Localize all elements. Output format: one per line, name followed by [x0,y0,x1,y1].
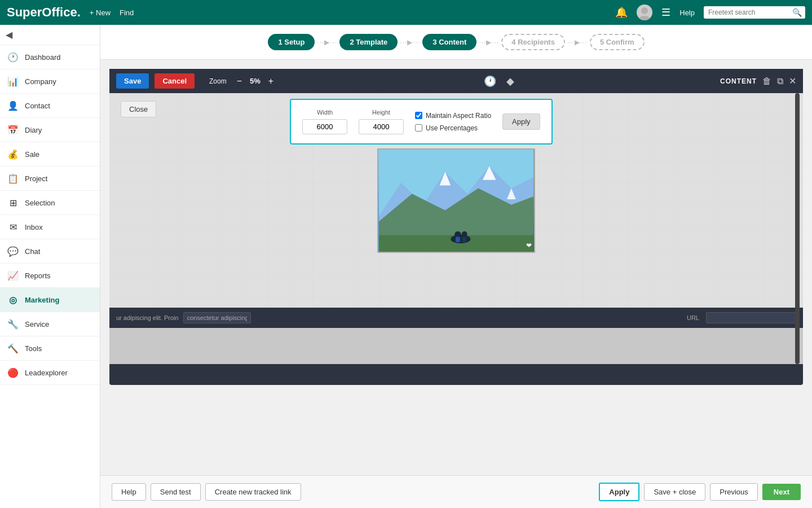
svg-point-11 [462,231,467,237]
new-button[interactable]: + New [90,8,111,17]
step-setup[interactable]: 1 Setup [268,34,315,50]
avatar[interactable] [637,5,652,20]
delete-icon[interactable]: 🗑 [762,76,771,86]
sidebar-item-chat[interactable]: 💬Chat [0,239,100,264]
sidebar-item-label-inbox: Inbox [25,223,43,231]
leadexplorer-icon: 🔴 [7,366,19,379]
sidebar-item-dashboard[interactable]: 🕐Dashboard [0,45,100,69]
step-template-bubble[interactable]: 2 Template [339,34,398,50]
zoom-plus-button[interactable]: + [268,76,273,86]
step-content-bubble[interactable]: 3 Content [422,34,476,50]
sidebar-item-sale[interactable]: 💰Sale [0,142,100,167]
create-tracked-link-button[interactable]: Create new tracked link [205,483,301,501]
close-panel-icon[interactable]: ✕ [789,76,796,86]
bottombar-text-2[interactable] [183,312,251,323]
step-recipients[interactable]: 4 Recipients [501,34,565,50]
search-wrap: 🔍 [704,6,805,19]
width-input[interactable] [302,119,347,134]
sidebar-item-label-marketing: Marketing [25,296,59,304]
image-resize-panel: Width Height Maintain Aspect Ratio [290,99,553,144]
copy-icon[interactable]: ⧉ [777,76,783,86]
send-test-button[interactable]: Send test [151,483,201,501]
sidebar-item-label-tools: Tools [25,344,42,353]
sidebar-item-label-dashboard: Dashboard [25,53,61,62]
sidebar-item-selection[interactable]: ⊞Selection [0,191,100,215]
resize-apply-button[interactable]: Apply [502,113,540,130]
scrollbar[interactable] [795,93,800,364]
find-button[interactable]: Find [120,8,134,17]
sidebar-item-marketing[interactable]: ◎Marketing [0,288,100,312]
next-button[interactable]: Next [762,484,801,500]
editor-cancel-button[interactable]: Cancel [155,73,195,89]
chat-icon: 💬 [7,245,19,257]
step-dots-1: ···▶··· [315,38,339,46]
mountain-svg [378,150,534,252]
help-button[interactable]: Help [112,483,146,501]
sidebar-item-reports[interactable]: 📈Reports [0,264,100,288]
close-button[interactable]: Close [121,101,156,117]
editor-bottombar: ur adipiscing elit. Proin URL [109,308,803,328]
inbox-icon: ✉ [7,221,19,233]
zoom-minus-button[interactable]: − [237,76,242,86]
canvas-image[interactable]: ❤ [377,148,535,253]
step-template[interactable]: 2 Template [339,34,398,50]
company-icon: 📊 [7,75,19,87]
search-icon: 🔍 [792,8,802,17]
sidebar-item-service[interactable]: 🔧Service [0,312,100,336]
step-confirm-bubble[interactable]: 5 Confirm [590,34,645,50]
sidebar-item-project[interactable]: 📋Project [0,167,100,191]
sidebar-item-leadexplorer[interactable]: 🔴Leadexplorer [0,361,100,385]
tools-icon: 🔨 [7,342,19,354]
footer-bar: Help Send test Create new tracked link A… [100,475,812,508]
bottombar-text-1: ur adipiscing elit. Proin [116,314,179,321]
editor-save-button[interactable]: Save [116,73,149,89]
editor-container: Save Cancel Zoom − 5% + 🕐 ◆ CONTENT 🗑 ⧉ [100,60,812,475]
previous-button[interactable]: Previous [710,483,758,501]
sale-icon: 💰 [7,148,19,160]
sidebar-item-label-diary: Diary [25,126,42,134]
url-label: URL [687,314,699,321]
dashboard-icon: 🕐 [7,51,19,63]
height-input[interactable] [359,119,404,134]
app-logo[interactable]: SuperOffice. [7,5,81,20]
apply-button[interactable]: Apply [599,483,639,501]
content-panel-label: CONTENT [720,77,757,85]
maintain-aspect-checkbox[interactable] [415,112,422,119]
resize-checkboxes: Maintain Aspect Ratio Use Percentages [415,112,491,132]
search-input[interactable] [704,6,805,19]
step-content[interactable]: 3 Content [422,34,476,50]
menu-icon[interactable]: ☰ [661,6,670,19]
sidebar-collapse-btn[interactable]: ◀ [0,25,100,45]
height-label: Height [372,109,390,116]
svg-point-0 [641,7,648,14]
save-close-button[interactable]: Save + close [644,483,705,501]
height-field-group: Height [359,109,404,134]
bell-icon[interactable]: 🔔 [615,6,628,19]
sidebar-item-inbox[interactable]: ✉Inbox [0,215,100,239]
step-dots-4: ···▶··· [565,38,590,46]
use-percentages-checkbox[interactable] [415,124,422,132]
layers-icon[interactable]: ◆ [506,75,514,87]
sidebar-item-diary[interactable]: 📅Diary [0,118,100,142]
url-input[interactable] [706,312,796,323]
image-pin-icon: ❤ [526,242,532,249]
step-dots-3: ···▶··· [476,38,501,46]
history-icon[interactable]: 🕐 [484,75,496,87]
help-nav-label[interactable]: Help [679,8,695,17]
sidebar-item-tools[interactable]: 🔨Tools [0,336,100,361]
service-icon: 🔧 [7,318,19,330]
sidebar-item-company[interactable]: 📊Company [0,69,100,94]
sidebar-item-label-selection: Selection [25,199,55,207]
sidebar: ◀ 🕐Dashboard📊Company👤Contact📅Diary💰Sale📋… [0,25,100,508]
reports-icon: 📈 [7,269,19,282]
selection-icon: ⊞ [7,196,19,209]
topnav: SuperOffice. + New Find 🔔 ☰ Help 🔍 [0,0,812,25]
step-confirm[interactable]: 5 Confirm [590,34,645,50]
marketing-icon: ◎ [7,294,19,306]
maintain-aspect-label[interactable]: Maintain Aspect Ratio [415,112,491,120]
step-setup-bubble[interactable]: 1 Setup [268,34,315,50]
sidebar-item-label-chat: Chat [25,247,40,256]
use-percentages-label[interactable]: Use Percentages [415,124,491,132]
sidebar-item-contact[interactable]: 👤Contact [0,94,100,118]
step-recipients-bubble[interactable]: 4 Recipients [501,34,565,50]
